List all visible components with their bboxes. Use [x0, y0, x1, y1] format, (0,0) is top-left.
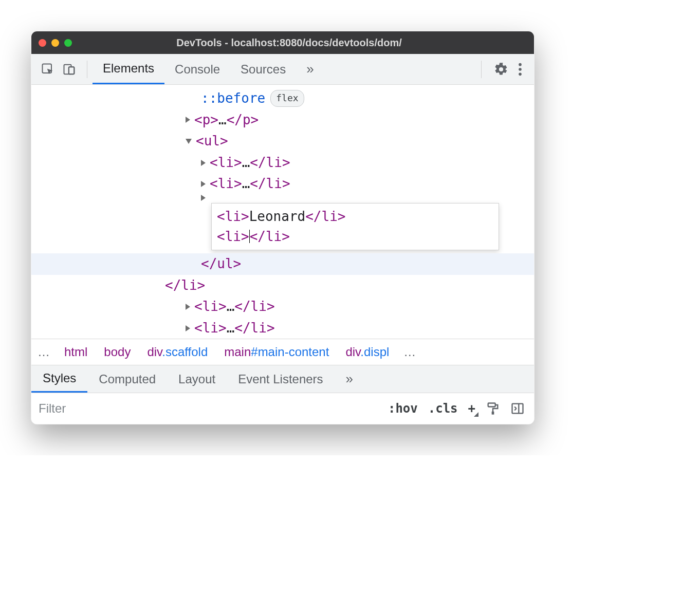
new-style-rule-button[interactable]: + [468, 401, 475, 416]
expand-arrow-icon[interactable] [186, 117, 190, 123]
node-text: Leonard [249, 209, 306, 224]
ellipsis: … [242, 152, 250, 174]
expand-arrow-icon[interactable] [186, 304, 190, 310]
tag-close: </li> [250, 152, 290, 174]
tag-open: <li> [217, 229, 249, 244]
dom-node-li[interactable]: <li>…</li> [31, 318, 534, 339]
styles-filter-bar: :hov .cls + [31, 393, 534, 424]
ellipsis: … [227, 296, 235, 318]
breadcrumb-item[interactable]: html [56, 345, 96, 359]
breadcrumb-selector: #main-content [251, 345, 329, 359]
window-title: DevTools - localhost:8080/docs/devtools/… [51, 37, 527, 49]
tag-close: </ul> [201, 253, 241, 275]
dom-breadcrumbs: … html body div.scaffold main#main-conte… [31, 339, 534, 365]
styles-subtabs: Styles Computed Layout Event Listeners » [31, 365, 534, 393]
toolbar-divider [87, 61, 87, 78]
breadcrumb-label: body [104, 345, 131, 359]
svg-rect-8 [492, 412, 494, 415]
pseudo-element-label: ::before [201, 88, 265, 109]
more-menu-icon[interactable] [518, 62, 523, 77]
tag-open: <li> [210, 173, 242, 195]
dom-node-ul-close[interactable]: </ul> [31, 253, 534, 275]
tab-sources[interactable]: Sources [230, 54, 296, 84]
html-edit-box[interactable]: <li>Leonard</li> <li></li> [211, 203, 499, 250]
dom-node-pseudo-before[interactable]: ::before flex [31, 88, 534, 109]
tag-close: </li> [165, 275, 205, 296]
tag-open: <li> [194, 318, 227, 339]
dom-node-li[interactable]: <li>…</li> [31, 173, 534, 195]
styles-filter-input[interactable] [35, 397, 383, 420]
device-toggle-icon[interactable] [62, 62, 77, 77]
tabs-overflow-button[interactable]: » [296, 54, 324, 84]
expand-arrow-icon[interactable] [201, 160, 206, 166]
ellipsis: … [218, 109, 227, 131]
expand-arrow-icon[interactable] [201, 195, 206, 201]
toggle-hover-button[interactable]: :hov [388, 401, 418, 416]
computed-sidebar-toggle-icon[interactable] [510, 401, 525, 416]
dom-node-li[interactable]: <li>…</li> [31, 296, 534, 318]
dropdown-corner-icon [474, 412, 478, 417]
dom-node-ul[interactable]: <ul> [31, 131, 534, 152]
subtab-event-listeners[interactable]: Event Listeners [227, 365, 334, 393]
paint-format-icon[interactable] [486, 401, 500, 416]
expand-arrow-icon[interactable] [201, 181, 206, 187]
svg-point-5 [519, 68, 522, 71]
breadcrumb-overflow-right[interactable]: … [397, 345, 422, 359]
dom-node-li-editing[interactable] [31, 195, 534, 201]
tag-close: </li> [250, 173, 290, 195]
tag-close: </li> [234, 296, 274, 318]
settings-gear-icon[interactable] [494, 62, 508, 77]
svg-point-6 [519, 72, 522, 76]
breadcrumb-label: html [64, 345, 87, 359]
subtab-styles[interactable]: Styles [31, 365, 87, 393]
breadcrumb-item[interactable]: div.displ [337, 345, 397, 359]
svg-rect-2 [69, 67, 75, 74]
tag-close: </li> [305, 209, 345, 224]
toolbar-divider-right [481, 61, 482, 78]
breadcrumb-overflow-left[interactable]: … [31, 345, 56, 359]
toggle-classes-button[interactable]: .cls [428, 401, 458, 416]
subtab-computed[interactable]: Computed [87, 365, 167, 393]
close-window-button[interactable] [39, 39, 46, 47]
dom-node-li[interactable]: <li>…</li> [31, 152, 534, 174]
tab-console[interactable]: Console [164, 54, 230, 84]
edit-line-2: <li></li> [217, 227, 493, 247]
subtab-layout[interactable]: Layout [167, 365, 227, 393]
breadcrumb-label: main [224, 345, 251, 359]
breadcrumb-label: div [345, 345, 360, 359]
breadcrumb-label: div [147, 345, 162, 359]
tag-open: <p> [194, 109, 218, 131]
breadcrumb-item[interactable]: main#main-content [216, 345, 337, 359]
dom-node-li-outer-close[interactable]: </li> [31, 275, 534, 296]
tag-close: </li> [250, 229, 290, 244]
breadcrumb-selector: .scaffold [162, 345, 208, 359]
tag-open: <li> [217, 209, 249, 224]
tag-close: </li> [234, 318, 274, 339]
subtabs-overflow-button[interactable]: » [335, 365, 364, 393]
ellipsis: … [242, 173, 250, 195]
elements-dom-tree[interactable]: ::before flex <p>…</p> <ul> <li>…</li> <… [31, 85, 534, 339]
edit-line-1: <li>Leonard</li> [217, 207, 493, 227]
dom-node-p[interactable]: <p>…</p> [31, 109, 534, 131]
breadcrumb-item[interactable]: body [96, 345, 139, 359]
tab-elements[interactable]: Elements [93, 54, 164, 84]
tag-open: <li> [210, 152, 242, 174]
breadcrumb-item[interactable]: div.scaffold [139, 345, 216, 359]
main-toolbar: Elements Console Sources » [31, 54, 534, 85]
expand-arrow-icon[interactable] [186, 325, 190, 331]
svg-rect-7 [488, 403, 495, 407]
svg-point-4 [519, 63, 522, 66]
inspect-element-icon[interactable] [41, 62, 55, 77]
tag-open: <li> [194, 296, 227, 318]
tag-open: <ul> [196, 131, 228, 152]
window-titlebar: DevTools - localhost:8080/docs/devtools/… [31, 31, 534, 54]
flex-badge[interactable]: flex [270, 90, 304, 107]
ellipsis: … [227, 318, 235, 339]
collapse-arrow-icon[interactable] [186, 139, 192, 144]
svg-rect-9 [512, 404, 523, 414]
devtools-window: DevTools - localhost:8080/docs/devtools/… [31, 31, 535, 424]
breadcrumb-selector: .displ [360, 345, 389, 359]
tag-close: </p> [227, 109, 259, 131]
panel-tabs: Elements Console Sources » [93, 54, 476, 84]
